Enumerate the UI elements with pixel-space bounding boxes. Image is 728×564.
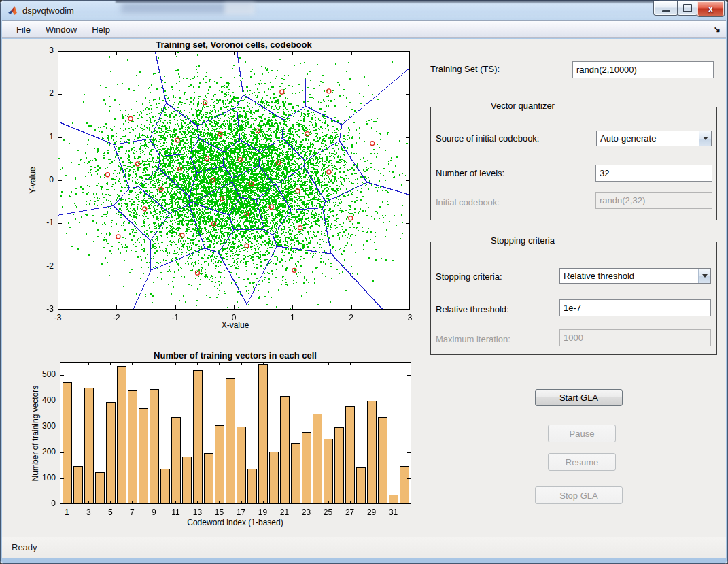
training-set-input[interactable] — [572, 61, 714, 78]
voronoi-ytick-label: -1 — [29, 218, 54, 227]
menu-window[interactable]: Window — [38, 22, 84, 37]
close-button[interactable]: x — [697, 1, 725, 17]
stopping-criteria-dropdown[interactable]: Relative threshold — [559, 268, 711, 284]
initial-codebook-input[interactable] — [595, 192, 712, 209]
initial-codebook-label: Initial codebook: — [436, 197, 500, 208]
voronoi-xtick-label: 1 — [282, 313, 302, 322]
bar-xtick-label: 11 — [167, 508, 184, 517]
maximize-icon — [683, 4, 692, 12]
status-text: Ready — [12, 542, 37, 552]
bar-xtick-label: 29 — [364, 508, 380, 517]
voronoi-xtick-label: 0 — [224, 313, 244, 322]
voronoi-xtick-label: -1 — [165, 313, 186, 322]
bar-xtick-label: 9 — [145, 508, 162, 517]
voronoi-ytick-label: -3 — [29, 304, 54, 314]
close-icon: x — [708, 4, 714, 14]
menu-help[interactable]: Help — [84, 22, 118, 37]
bar-xtick-label: 1 — [58, 508, 75, 517]
chevron-down-icon — [703, 137, 708, 140]
relative-threshold-label: Relative threshold: — [436, 304, 509, 314]
bar-ytick-label: 500 — [33, 369, 56, 379]
voronoi-plot-canvas — [58, 51, 410, 310]
bar-xtick-label: 25 — [320, 508, 336, 517]
background-window-artifact — [116, 0, 659, 3]
bar-xtick-label: 17 — [233, 508, 249, 517]
window-title: dspvqtwodim — [22, 5, 74, 16]
bar-xtick-label: 5 — [102, 508, 118, 517]
bar-ytick-label: 400 — [33, 395, 56, 405]
relative-threshold-input[interactable] — [559, 299, 711, 316]
start-gla-button[interactable]: Start GLA — [535, 389, 623, 406]
menu-bar: File Window Help ↘ — [2, 20, 726, 38]
voronoi-ytick-label: 0 — [29, 175, 54, 184]
title-bar[interactable]: dspvqtwodim x — [0, 0, 728, 20]
voronoi-ytick-label: 2 — [29, 88, 54, 98]
pause-button[interactable]: Pause — [548, 425, 616, 442]
voronoi-ytick-label: -2 — [29, 261, 54, 271]
bar-xtick-label: 21 — [277, 508, 293, 517]
bar-xtick-label: 13 — [189, 508, 205, 517]
bar-xtick-label: 23 — [298, 508, 315, 517]
maximize-button[interactable] — [677, 1, 698, 16]
background-window-artifact — [224, 3, 255, 15]
voronoi-xtick-label: 2 — [341, 313, 362, 322]
voronoi-xtick-label: 3 — [400, 313, 420, 322]
maximum-iteration-label: Maximum iteration: — [436, 334, 510, 344]
bar-xtick-label: 15 — [211, 508, 227, 517]
bar-ytick-label: 100 — [33, 473, 56, 482]
bar-ytick-label: 200 — [33, 447, 56, 457]
dropdown-arrow-zone[interactable] — [698, 269, 710, 283]
number-of-levels-input[interactable] — [595, 165, 712, 182]
bar-xtick-label: 3 — [80, 508, 97, 517]
status-bar: Ready — [2, 537, 726, 558]
voronoi-xtick-label: -2 — [106, 313, 126, 322]
bar-ytick-label: 300 — [33, 421, 56, 431]
bar-xtick-label: 31 — [385, 508, 402, 517]
background-window-artifact — [41, 15, 687, 19]
stopping-criteria-panel-title: Stopping criteria — [464, 235, 582, 246]
dropdown-arrow-zone[interactable] — [699, 131, 711, 146]
minimize-icon — [662, 10, 670, 12]
stop-gla-button[interactable]: Stop GLA — [535, 486, 623, 504]
source-codebook-value: Auto-generate — [597, 133, 699, 144]
bar-xlabel: Codeword index (1-based) — [181, 518, 290, 527]
bar-xtick-label: 7 — [124, 508, 140, 517]
voronoi-ytick-label: 3 — [29, 46, 54, 55]
stopping-criteria-label: Stopping criteria: — [436, 271, 502, 282]
training-set-label: Training Set (TS): — [430, 64, 500, 74]
voronoi-plot-title: Training set, Voronoi cells, codebook — [57, 39, 411, 50]
application-window: dspvqtwodim x File Window Help ↘ Trainin… — [0, 0, 728, 564]
vector-quantizer-panel-title: Vector quantizer — [464, 101, 582, 112]
bar-xtick-label: 27 — [342, 508, 358, 517]
bar-chart-title: Number of training vectors in each cell — [58, 350, 412, 361]
chevron-down-icon — [702, 274, 708, 278]
resume-button[interactable]: Resume — [548, 453, 616, 471]
bar-xtick-label: 19 — [255, 508, 271, 517]
voronoi-ytick-label: 1 — [29, 132, 54, 142]
number-of-levels-label: Number of levels: — [436, 168, 504, 178]
bar-ytick-label: 0 — [33, 499, 56, 508]
bar-chart-canvas — [60, 362, 411, 504]
maximum-iteration-input[interactable] — [559, 329, 711, 346]
source-codebook-dropdown[interactable]: Auto-generate — [596, 131, 712, 146]
source-codebook-label: Source of initial codebook: — [436, 133, 539, 144]
minimize-button[interactable] — [653, 1, 678, 16]
menu-file[interactable]: File — [9, 22, 38, 37]
stopping-criteria-value: Relative threshold — [560, 271, 698, 281]
dock-arrow-icon[interactable]: ↘ — [714, 24, 721, 34]
matlab-logo-icon — [7, 5, 19, 16]
voronoi-xtick-label: -3 — [48, 313, 68, 322]
